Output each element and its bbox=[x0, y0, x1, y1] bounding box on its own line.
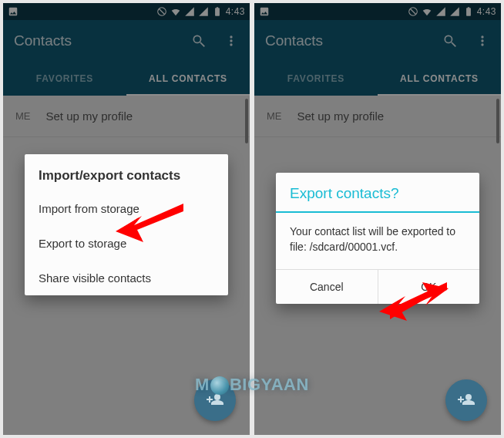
export-confirm-dialog: Export contacts? Your contact list will … bbox=[276, 173, 479, 304]
import-from-storage-item[interactable]: Import from storage bbox=[25, 191, 228, 226]
watermark-post: BIGYAAN bbox=[230, 375, 309, 395]
watermark: M BIGYAAN bbox=[195, 375, 309, 395]
cancel-button[interactable]: Cancel bbox=[276, 270, 378, 304]
add-person-icon bbox=[457, 391, 475, 409]
phone-right: 4:43 Contacts FAVORITES ALL CONTACTS ME … bbox=[254, 3, 501, 435]
dialog-title: Export contacts? bbox=[276, 173, 479, 211]
watermark-pre: M bbox=[195, 375, 210, 395]
globe-icon bbox=[210, 376, 229, 395]
add-contact-fab[interactable] bbox=[445, 379, 487, 421]
import-export-dialog: Import/export contacts Import from stora… bbox=[25, 154, 228, 295]
export-to-storage-item[interactable]: Export to storage bbox=[25, 226, 228, 261]
dialog-title: Import/export contacts bbox=[25, 154, 228, 191]
ok-button[interactable]: OK bbox=[378, 270, 480, 304]
dialog-button-row: Cancel OK bbox=[276, 269, 479, 304]
share-visible-contacts-item[interactable]: Share visible contacts bbox=[25, 261, 228, 295]
dialog-message: Your contact list will be exported to fi… bbox=[276, 213, 479, 269]
phone-left: 4:43 Contacts FAVORITES ALL CONTACTS ME … bbox=[3, 3, 250, 435]
